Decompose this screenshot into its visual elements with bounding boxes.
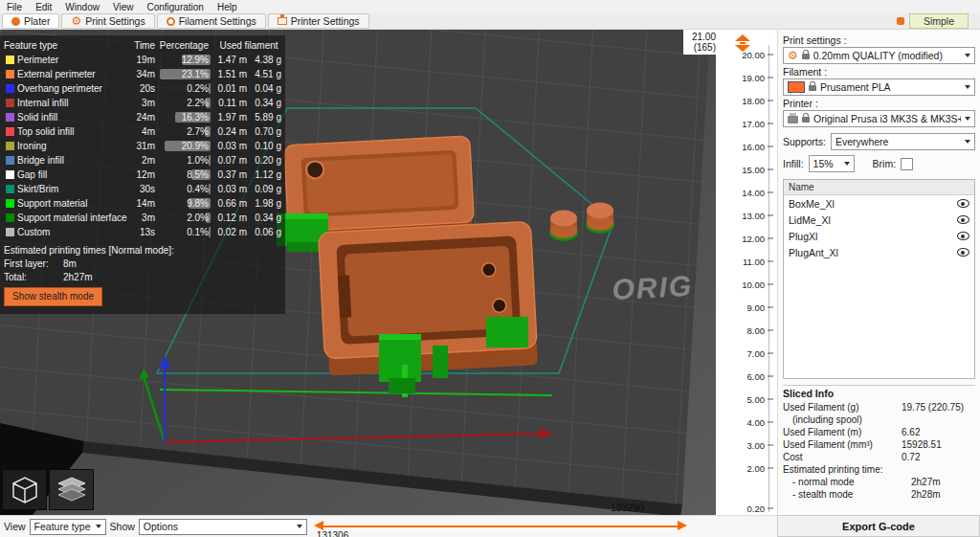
layer-tick: 16.00 <box>742 142 773 152</box>
brim-label: Brim: <box>873 158 897 169</box>
object-list[interactable]: Name BoxMe_XlLidMe_XlPlugXlPlugAnt_Xl <box>783 179 975 379</box>
legend-row: Perimeter19m12.9%1.47 m4.38 g <box>4 53 279 67</box>
feature-color-chip <box>6 228 14 236</box>
feature-color-chip <box>6 84 14 93</box>
export-gcode-button[interactable]: Export G-code <box>777 515 980 537</box>
object-plugxl[interactable] <box>549 211 578 242</box>
view-3d-button[interactable] <box>2 469 47 510</box>
slider-track[interactable] <box>323 526 678 527</box>
legend-row: Support material interface3m2.0%0.12 m0.… <box>4 211 279 225</box>
sliced-info-row: Used Filament (mm³)15928.51 <box>783 438 975 451</box>
print-settings-combo[interactable]: ⚙ 0.20mm QUALITY (modified) <box>783 47 975 64</box>
gear-icon: ⚙ <box>788 50 798 61</box>
3d-viewport[interactable]: ORIG <box>0 30 716 515</box>
i-printer <box>278 17 287 25</box>
total-value: 2h27m <box>63 272 93 282</box>
legend-header-feature: Feature type <box>4 40 128 51</box>
layer-tick: 13.00 <box>742 211 773 221</box>
layer-tick: 0.20 <box>747 503 774 514</box>
menu-window[interactable]: Window <box>58 2 106 12</box>
object-plugant-xl[interactable] <box>586 203 614 235</box>
i-spool <box>167 17 175 26</box>
printing-times-title: Estimated printing times [Normal mode]: <box>4 244 279 257</box>
visibility-eye-icon[interactable] <box>957 232 969 240</box>
legend-row: Solid infill24m16.3%1.97 m5.89 g <box>4 110 279 124</box>
object-row-plugxl[interactable]: PlugXl <box>784 228 974 244</box>
mode-badge-simple[interactable]: Simple <box>909 13 969 29</box>
bed-logo-text: ORIG <box>612 270 694 305</box>
supports-combo[interactable]: Everywhere <box>831 133 975 150</box>
sliced-info-row: Used Filament (g)19.75 (220.75) <box>783 401 975 414</box>
i-plater <box>11 17 20 26</box>
print-settings-label: Print settings : <box>783 34 975 46</box>
total-label: Total: <box>4 271 63 284</box>
feature-color-chip <box>6 99 14 107</box>
legend-row: External perimeter34m23.1%1.51 m4.51 g <box>4 67 279 81</box>
menu-file[interactable]: File <box>0 2 29 12</box>
feature-color-chip <box>6 170 14 179</box>
lock-icon <box>802 117 810 123</box>
filament-combo[interactable]: Prusament PLA <box>783 78 975 96</box>
sliced-info: Sliced Info Used Filament (g)19.75 (220.… <box>783 385 975 501</box>
object-boxme-xl[interactable] <box>319 221 539 375</box>
printing-times: Estimated printing times [Normal mode]: … <box>4 244 279 306</box>
tab-printer-settings[interactable]: Printer Settings <box>268 13 369 29</box>
tab-plater[interactable]: Plater <box>2 13 59 29</box>
legend-header: Feature type Time Percentage Used filame… <box>4 38 279 52</box>
layer-tick: 2.00 <box>747 463 774 474</box>
feature-color-chip <box>6 213 14 222</box>
tab-filament-settings[interactable]: Filament Settings <box>157 13 266 29</box>
object-list-header: Name <box>784 180 974 195</box>
chevron-down-icon <box>965 140 970 144</box>
object-row-lidme-xl[interactable]: LidMe_Xl <box>784 212 974 228</box>
legend-header-time: Time <box>128 40 157 51</box>
filament-value: Prusament PLA <box>820 81 961 93</box>
gcode-move-slider[interactable]: 131306 <box>311 516 777 537</box>
legend-header-percentage: Percentage <box>157 40 212 51</box>
brim-checkbox[interactable] <box>901 158 913 170</box>
object-row-plugant-xl[interactable]: PlugAnt_Xl <box>784 244 974 260</box>
feature-color-chip <box>6 185 14 193</box>
show-options-select[interactable]: Options <box>139 519 307 535</box>
show-label: Show <box>110 521 135 532</box>
menu-configuration[interactable]: Configuration <box>140 2 210 12</box>
i-gear <box>71 15 81 27</box>
infill-combo[interactable]: 15% <box>809 155 855 172</box>
tab-print-settings[interactable]: Print Settings <box>61 13 154 29</box>
visibility-eye-icon[interactable] <box>957 199 969 208</box>
view-type-select[interactable]: Feature type <box>30 519 106 535</box>
feature-color-chip <box>6 142 14 150</box>
sliced-info-row: (including spool) <box>783 414 975 426</box>
menu-edit[interactable]: Edit <box>29 2 58 12</box>
settings-panel: Print settings : ⚙ 0.20mm QUALITY (modif… <box>777 30 980 515</box>
feature-color-chip <box>6 113 14 122</box>
view-preview-button[interactable] <box>49 469 94 510</box>
menu-help[interactable]: Help <box>211 2 244 12</box>
tab-bar: PlaterPrint SettingsFilament SettingsPri… <box>0 13 980 30</box>
view-mode-buttons <box>2 469 94 510</box>
layer-tick: 18.00 <box>742 96 773 106</box>
visibility-eye-icon[interactable] <box>957 248 969 257</box>
feature-color-chip <box>6 56 14 64</box>
show-stealth-mode-button[interactable]: Show stealth mode <box>4 287 102 306</box>
chevron-down-icon <box>965 85 970 89</box>
chevron-down-icon <box>965 54 970 57</box>
printer-icon <box>788 116 798 123</box>
menu-view[interactable]: View <box>106 2 141 12</box>
chevron-down-icon <box>96 525 101 528</box>
gcode-move-bottom-value: 131306 <box>317 530 348 537</box>
layer-tick: 4.00 <box>747 417 774 428</box>
layer-tick: 6.00 <box>747 371 774 382</box>
printer-label: Printer : <box>783 98 975 109</box>
printer-combo[interactable]: Original Prusa i3 MK3S & MK3S+ <box>783 110 975 127</box>
legend-row: Support material14m9.8%0.66 m1.98 g <box>4 196 279 211</box>
slider-right-arrow-icon[interactable] <box>678 521 687 530</box>
layer-slider[interactable]: 21.00 (165) 20.0019.0018.0017.0016.0015.… <box>716 30 777 515</box>
print-settings-value: 0.20mm QUALITY (modified) <box>813 50 961 61</box>
legend-row: Custom13s0.1%0.02 m0.06 g <box>4 225 279 239</box>
first-layer-value: 8m <box>63 258 77 269</box>
visibility-eye-icon[interactable] <box>957 215 969 224</box>
feature-color-chip <box>6 70 14 78</box>
object-row-boxme-xl[interactable]: BoxMe_Xl <box>784 195 974 212</box>
layers-icon <box>53 474 91 506</box>
